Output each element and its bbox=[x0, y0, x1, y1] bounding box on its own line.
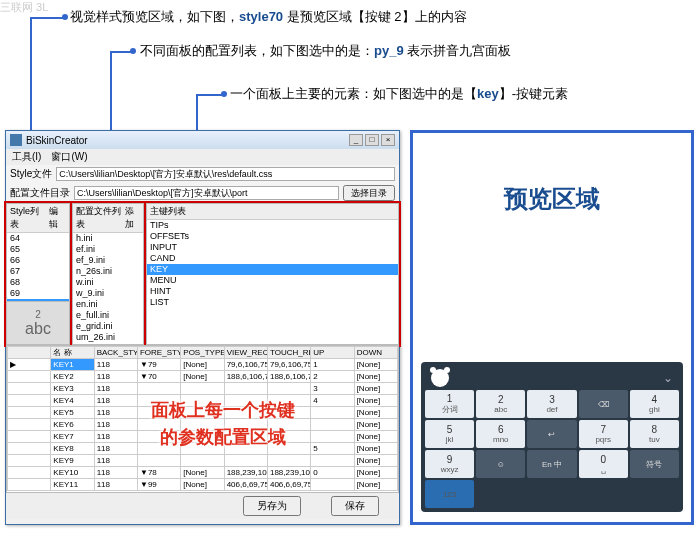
keyboard-key[interactable]: ↩ bbox=[527, 420, 576, 448]
keyboard-key[interactable]: 符号 bbox=[630, 450, 679, 478]
save-as-button[interactable]: 另存为 bbox=[243, 496, 301, 516]
browse-button[interactable]: 选择目录 bbox=[343, 185, 395, 201]
list-item[interactable]: ef_9.ini bbox=[73, 255, 143, 266]
list-item[interactable]: 68 bbox=[7, 277, 69, 288]
config-dir-input[interactable] bbox=[74, 186, 339, 200]
cell[interactable]: ▼79 bbox=[137, 359, 180, 371]
list-item[interactable]: INPUT bbox=[147, 242, 398, 253]
cell[interactable] bbox=[8, 419, 51, 431]
cell[interactable]: 1 bbox=[311, 359, 354, 371]
keyboard-close-icon[interactable]: ⌄ bbox=[663, 371, 673, 385]
max-button[interactable]: □ bbox=[365, 134, 379, 146]
cell[interactable]: [None] bbox=[354, 359, 397, 371]
list-item[interactable]: KEY bbox=[147, 264, 398, 275]
anno-line bbox=[110, 51, 132, 53]
cell[interactable] bbox=[8, 371, 51, 383]
style-edit-link[interactable]: 编辑 bbox=[49, 205, 66, 231]
cell[interactable]: 79,6,106,75 bbox=[267, 359, 310, 371]
cell[interactable] bbox=[8, 467, 51, 479]
cell[interactable]: ▼99 bbox=[137, 479, 180, 491]
cell[interactable] bbox=[8, 395, 51, 407]
keyboard-key[interactable]: ☺ bbox=[476, 450, 525, 478]
col-header[interactable]: DOWN bbox=[354, 347, 397, 359]
cell[interactable] bbox=[311, 479, 354, 491]
keyboard-key[interactable]: 9wxyz bbox=[425, 450, 474, 478]
keyboard-key[interactable]: 4ghi bbox=[630, 390, 679, 418]
table-row[interactable]: ▶KEY1118▼79[None]79,6,106,7579,6,106,751… bbox=[8, 359, 398, 371]
style-list[interactable]: 64656667686970717273 bbox=[7, 233, 69, 301]
cell[interactable] bbox=[8, 383, 51, 395]
keyboard-key[interactable]: 1分词 bbox=[425, 390, 474, 418]
col-header[interactable]: BACK_STYLE bbox=[94, 347, 137, 359]
col-header[interactable]: 名 称 bbox=[51, 347, 94, 359]
list-item[interactable]: HINT bbox=[147, 286, 398, 297]
list-item[interactable]: CAND bbox=[147, 253, 398, 264]
list-item[interactable]: e_full.ini bbox=[73, 310, 143, 321]
keyboard-key[interactable]: 3def bbox=[527, 390, 576, 418]
list-item[interactable]: OFFSETs bbox=[147, 231, 398, 242]
cell[interactable]: 118 bbox=[94, 479, 137, 491]
cell[interactable] bbox=[8, 479, 51, 491]
min-button[interactable]: _ bbox=[349, 134, 363, 146]
anno-line bbox=[196, 94, 223, 96]
cell[interactable]: KEY1 bbox=[51, 359, 94, 371]
list-item[interactable]: w_9.ini bbox=[73, 288, 143, 299]
col-header[interactable]: UP bbox=[311, 347, 354, 359]
list-item[interactable]: TIPs bbox=[147, 220, 398, 231]
keyboard-key[interactable]: ⌫ bbox=[579, 390, 628, 418]
cell[interactable] bbox=[8, 443, 51, 455]
preview-key-num: 2 bbox=[35, 309, 41, 320]
config-file-list[interactable]: h.inief.inief_9.inin_26s.iniw.iniw_9.ini… bbox=[73, 233, 143, 345]
close-button[interactable]: × bbox=[381, 134, 395, 146]
list-item[interactable]: MENU bbox=[147, 275, 398, 286]
keyboard-key[interactable]: 5jkl bbox=[425, 420, 474, 448]
list-item[interactable]: 66 bbox=[7, 255, 69, 266]
cell[interactable]: 79,6,106,75 bbox=[224, 359, 267, 371]
menu-tools[interactable]: 工具(I) bbox=[12, 150, 41, 164]
list-item[interactable]: e_grid.ini bbox=[73, 321, 143, 332]
keyboard-key[interactable]: 7pqrs bbox=[579, 420, 628, 448]
config-add-link[interactable]: 添加 bbox=[125, 205, 140, 231]
list-item[interactable]: h.ini bbox=[73, 233, 143, 244]
list-item[interactable]: 64 bbox=[7, 233, 69, 244]
bear-icon[interactable] bbox=[431, 369, 449, 387]
keyboard-key[interactable]: 123 bbox=[425, 480, 474, 508]
config-file-header: 配置文件列表 bbox=[76, 205, 121, 231]
list-item[interactable]: 65 bbox=[7, 244, 69, 255]
cell[interactable]: KEY11 bbox=[51, 479, 94, 491]
cell[interactable] bbox=[8, 431, 51, 443]
col-header[interactable]: TOUCH_RECT bbox=[267, 347, 310, 359]
list-item[interactable]: n_26s.ini bbox=[73, 266, 143, 277]
cell[interactable] bbox=[8, 407, 51, 419]
cell[interactable] bbox=[8, 455, 51, 467]
cell[interactable]: [None] bbox=[181, 359, 224, 371]
list-item[interactable]: ef.ini bbox=[73, 244, 143, 255]
list-item[interactable]: en.ini bbox=[73, 299, 143, 310]
list-item[interactable]: w.ini bbox=[73, 277, 143, 288]
menu-window[interactable]: 窗口(W) bbox=[51, 150, 87, 164]
col-header[interactable]: FORE_STYLE bbox=[137, 347, 180, 359]
col-header[interactable]: POS_TYPE bbox=[181, 347, 224, 359]
main-key-list[interactable]: TIPsOFFSETsINPUTCANDKEYMENUHINTLIST bbox=[147, 220, 398, 308]
cell[interactable]: 118 bbox=[94, 359, 137, 371]
keyboard-key[interactable]: En 中 bbox=[527, 450, 576, 478]
list-item[interactable]: 67 bbox=[7, 266, 69, 277]
style-file-input[interactable] bbox=[56, 167, 395, 181]
cell[interactable]: [None] bbox=[181, 479, 224, 491]
save-button[interactable]: 保存 bbox=[331, 496, 379, 516]
keyboard-key[interactable]: 0␣ bbox=[579, 450, 628, 478]
col-header[interactable]: VIEW_RECT bbox=[224, 347, 267, 359]
list-item[interactable]: 69 bbox=[7, 288, 69, 299]
keyboard-key[interactable]: 6mno bbox=[476, 420, 525, 448]
table-row[interactable]: KEY11118▼99[None]406,6,69,75406,6,69,75[… bbox=[8, 479, 398, 491]
col-header[interactable] bbox=[8, 347, 51, 359]
cell[interactable]: ▶ bbox=[8, 359, 51, 371]
cell[interactable]: 406,6,69,75 bbox=[267, 479, 310, 491]
keyboard-key[interactable]: 2abc bbox=[476, 390, 525, 418]
annotation-2: 不同面板的配置列表，如下图选中的是：py_9 表示拼音九宫面板 bbox=[140, 42, 511, 60]
keyboard-key[interactable]: 8tuv bbox=[630, 420, 679, 448]
cell[interactable]: 406,6,69,75 bbox=[224, 479, 267, 491]
list-item[interactable]: um_26.ini bbox=[73, 332, 143, 343]
cell[interactable]: [None] bbox=[354, 479, 397, 491]
list-item[interactable]: LIST bbox=[147, 297, 398, 308]
